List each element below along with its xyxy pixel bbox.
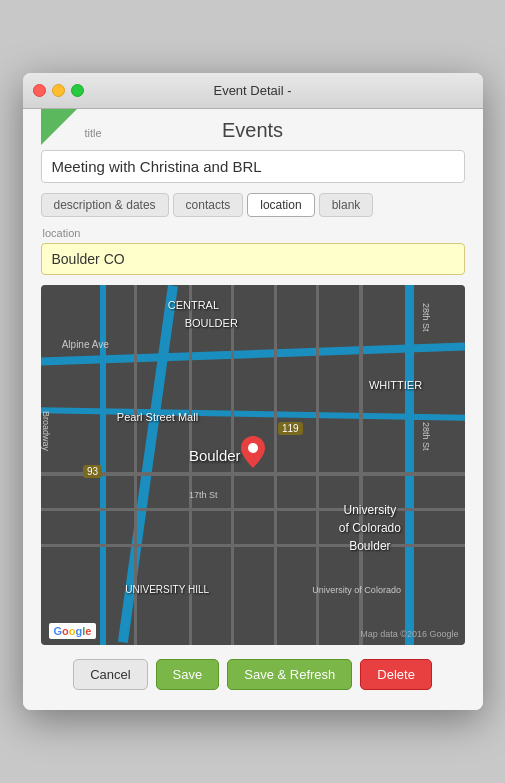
map-badge-119: 119 [278, 422, 303, 435]
save-button[interactable]: Save [156, 659, 220, 690]
save-refresh-button[interactable]: Save & Refresh [227, 659, 352, 690]
location-label: location [43, 227, 465, 239]
tab-location[interactable]: location [247, 193, 314, 217]
close-button[interactable] [33, 84, 46, 97]
map-attribution: Map data ©2016 Google [360, 629, 458, 639]
map-label-univ-co: University of Colorado [312, 585, 401, 595]
map-label-central-boulder: CENTRAL [168, 299, 219, 311]
traffic-lights [33, 84, 84, 97]
footer-buttons: Cancel Save Save & Refresh Delete [41, 659, 465, 694]
map-label-17th: 17th St [189, 490, 218, 500]
window-title: Event Detail - [213, 83, 291, 98]
header-area: title Events [41, 119, 465, 142]
map-label-broadway: Broadway [41, 411, 51, 451]
map-label-alpine: Alpine Ave [62, 339, 109, 350]
tab-description[interactable]: description & dates [41, 193, 169, 217]
map-label-univ-hill: UNIVERSITY HILL [125, 584, 209, 595]
title-bar: Event Detail - [23, 73, 483, 109]
title-field-label: title [85, 127, 102, 139]
map-label-university: Universityof ColoradoBoulder [339, 501, 401, 555]
map-label-boulder: Boulder [189, 447, 241, 464]
delete-button[interactable]: Delete [360, 659, 432, 690]
location-section: location [41, 227, 465, 285]
content-area: title Events description & dates contact… [23, 109, 483, 710]
green-triangle-icon [41, 109, 77, 145]
map-label-whittier: WHITTIER [369, 379, 422, 391]
tab-bar: description & dates contacts location bl… [41, 193, 465, 217]
map-display: CENTRAL BOULDER Alpine Ave WHITTIER Pear… [41, 285, 465, 645]
location-input[interactable] [41, 243, 465, 275]
map-pin [241, 436, 265, 468]
cancel-button[interactable]: Cancel [73, 659, 147, 690]
map-label-28th-top: 28th St [421, 303, 431, 332]
google-logo: Google [49, 623, 97, 639]
map-label-pearl-street: Pearl Street Mall [117, 411, 198, 423]
svg-point-0 [248, 443, 258, 453]
minimize-button[interactable] [52, 84, 65, 97]
event-title-input[interactable] [41, 150, 465, 183]
map-label-28th-right: 28th St [421, 422, 431, 451]
map-label-boulder-sub: BOULDER [185, 317, 238, 329]
app-title: Events [222, 119, 283, 142]
map-container: CENTRAL BOULDER Alpine Ave WHITTIER Pear… [41, 285, 465, 645]
map-badge-93: 93 [83, 465, 102, 478]
app-window: Event Detail - title Events description … [23, 73, 483, 710]
tab-contacts[interactable]: contacts [173, 193, 244, 217]
maximize-button[interactable] [71, 84, 84, 97]
tab-blank[interactable]: blank [319, 193, 374, 217]
